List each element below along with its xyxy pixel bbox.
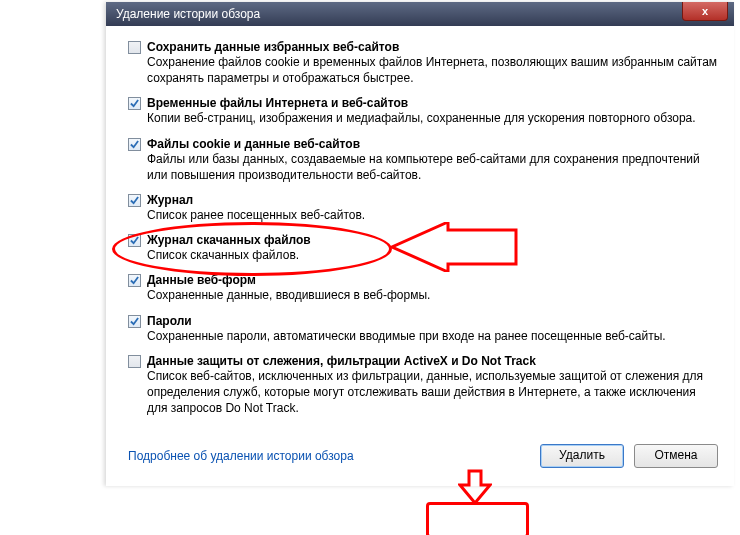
dialog-actions: Подробнее об удалении истории обзора Уда… xyxy=(128,444,718,468)
option-preserve-favorites: Сохранить данные избранных веб-сайтов Со… xyxy=(128,40,718,86)
label-history: Журнал xyxy=(147,193,193,207)
option-passwords: Пароли Сохраненные пароли, автоматически… xyxy=(128,314,718,344)
checkbox-preserve-favorites[interactable] xyxy=(128,41,141,54)
label-preserve-favorites: Сохранить данные избранных веб-сайтов xyxy=(147,40,399,54)
desc-cookies: Файлы или базы данных, создаваемые на ко… xyxy=(147,151,718,183)
checkbox-history[interactable] xyxy=(128,194,141,207)
delete-button[interactable]: Удалить xyxy=(540,444,624,468)
dialog-window: Удаление истории обзора x Сохранить данн… xyxy=(106,2,734,486)
dialog-content: Сохранить данные избранных веб-сайтов Со… xyxy=(106,26,734,486)
desc-download-history: Список скачанных файлов. xyxy=(147,247,718,263)
button-group: Удалить Отмена xyxy=(540,444,718,468)
desc-form-data: Сохраненные данные, вводившиеся в веб-фо… xyxy=(147,287,718,303)
annotation-button-highlight xyxy=(426,502,529,535)
desc-history: Список ранее посещенных веб-сайтов. xyxy=(147,207,718,223)
checkbox-temp-files[interactable] xyxy=(128,97,141,110)
label-form-data: Данные веб-форм xyxy=(147,273,256,287)
label-temp-files: Временные файлы Интернета и веб-сайтов xyxy=(147,96,408,110)
option-history: Журнал Список ранее посещенных веб-сайто… xyxy=(128,193,718,223)
cancel-button[interactable]: Отмена xyxy=(634,444,718,468)
title-bar: Удаление истории обзора x xyxy=(106,2,734,26)
desc-tracking-protection: Список веб-сайтов, исключенных из фильтр… xyxy=(147,368,718,417)
option-form-data: Данные веб-форм Сохраненные данные, ввод… xyxy=(128,273,718,303)
label-passwords: Пароли xyxy=(147,314,192,328)
option-cookies: Файлы cookie и данные веб-сайтов Файлы и… xyxy=(128,137,718,183)
close-button[interactable]: x xyxy=(682,2,728,21)
checkbox-cookies[interactable] xyxy=(128,138,141,151)
desc-passwords: Сохраненные пароли, автоматически вводим… xyxy=(147,328,718,344)
label-cookies: Файлы cookie и данные веб-сайтов xyxy=(147,137,360,151)
checkbox-form-data[interactable] xyxy=(128,274,141,287)
desc-temp-files: Копии веб-страниц, изображения и медиафа… xyxy=(147,110,718,126)
option-download-history: Журнал скачанных файлов Список скачанных… xyxy=(128,233,718,263)
close-icon: x xyxy=(702,5,708,17)
learn-more-link[interactable]: Подробнее об удалении истории обзора xyxy=(128,449,354,463)
option-temp-files: Временные файлы Интернета и веб-сайтов К… xyxy=(128,96,718,126)
checkbox-passwords[interactable] xyxy=(128,315,141,328)
checkbox-download-history[interactable] xyxy=(128,234,141,247)
label-tracking-protection: Данные защиты от слежения, фильтрации Ac… xyxy=(147,354,536,368)
checkbox-tracking-protection[interactable] xyxy=(128,355,141,368)
desc-preserve-favorites: Сохранение файлов cookie и временных фай… xyxy=(147,54,718,86)
option-tracking-protection: Данные защиты от слежения, фильтрации Ac… xyxy=(128,354,718,417)
window-title: Удаление истории обзора xyxy=(116,7,260,21)
label-download-history: Журнал скачанных файлов xyxy=(147,233,311,247)
